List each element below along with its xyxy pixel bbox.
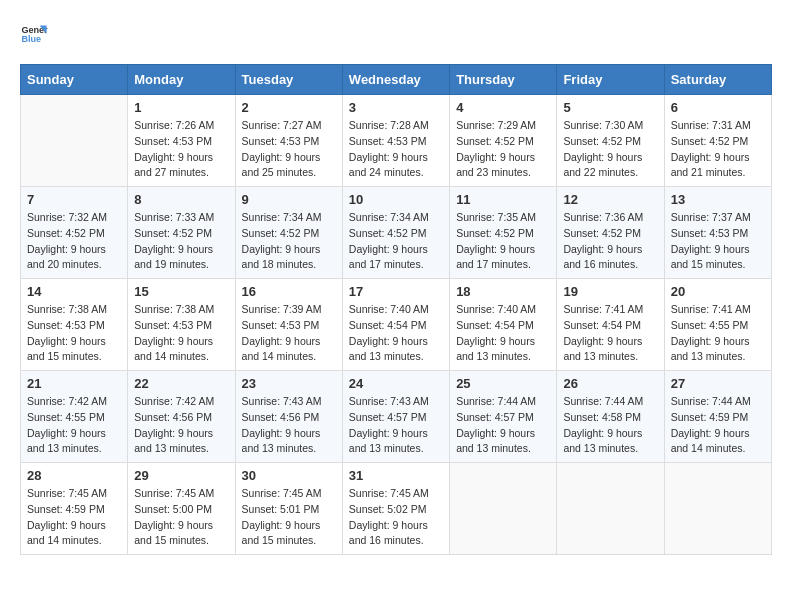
- day-number: 1: [134, 100, 228, 115]
- calendar-cell: 10Sunrise: 7:34 AMSunset: 4:52 PMDayligh…: [342, 187, 449, 279]
- day-number: 5: [563, 100, 657, 115]
- calendar-cell: 24Sunrise: 7:43 AMSunset: 4:57 PMDayligh…: [342, 371, 449, 463]
- day-number: 24: [349, 376, 443, 391]
- calendar-cell: 8Sunrise: 7:33 AMSunset: 4:52 PMDaylight…: [128, 187, 235, 279]
- calendar-cell: 11Sunrise: 7:35 AMSunset: 4:52 PMDayligh…: [450, 187, 557, 279]
- day-info: Sunrise: 7:45 AMSunset: 5:02 PMDaylight:…: [349, 486, 443, 549]
- day-number: 26: [563, 376, 657, 391]
- calendar-cell: 5Sunrise: 7:30 AMSunset: 4:52 PMDaylight…: [557, 95, 664, 187]
- day-number: 11: [456, 192, 550, 207]
- calendar-cell: 26Sunrise: 7:44 AMSunset: 4:58 PMDayligh…: [557, 371, 664, 463]
- day-info: Sunrise: 7:42 AMSunset: 4:56 PMDaylight:…: [134, 394, 228, 457]
- day-info: Sunrise: 7:29 AMSunset: 4:52 PMDaylight:…: [456, 118, 550, 181]
- day-info: Sunrise: 7:44 AMSunset: 4:59 PMDaylight:…: [671, 394, 765, 457]
- day-info: Sunrise: 7:34 AMSunset: 4:52 PMDaylight:…: [242, 210, 336, 273]
- logo: General Blue: [20, 20, 48, 48]
- calendar-cell: 30Sunrise: 7:45 AMSunset: 5:01 PMDayligh…: [235, 463, 342, 555]
- day-header-tuesday: Tuesday: [235, 65, 342, 95]
- svg-text:Blue: Blue: [21, 34, 41, 44]
- day-number: 10: [349, 192, 443, 207]
- day-number: 22: [134, 376, 228, 391]
- day-info: Sunrise: 7:45 AMSunset: 4:59 PMDaylight:…: [27, 486, 121, 549]
- day-number: 17: [349, 284, 443, 299]
- day-info: Sunrise: 7:33 AMSunset: 4:52 PMDaylight:…: [134, 210, 228, 273]
- day-number: 7: [27, 192, 121, 207]
- day-header-monday: Monday: [128, 65, 235, 95]
- day-info: Sunrise: 7:44 AMSunset: 4:58 PMDaylight:…: [563, 394, 657, 457]
- calendar-cell: 28Sunrise: 7:45 AMSunset: 4:59 PMDayligh…: [21, 463, 128, 555]
- calendar-week-row: 28Sunrise: 7:45 AMSunset: 4:59 PMDayligh…: [21, 463, 772, 555]
- day-info: Sunrise: 7:34 AMSunset: 4:52 PMDaylight:…: [349, 210, 443, 273]
- day-info: Sunrise: 7:43 AMSunset: 4:56 PMDaylight:…: [242, 394, 336, 457]
- calendar-week-row: 14Sunrise: 7:38 AMSunset: 4:53 PMDayligh…: [21, 279, 772, 371]
- calendar-cell: [664, 463, 771, 555]
- day-number: 12: [563, 192, 657, 207]
- logo-icon: General Blue: [20, 20, 48, 48]
- calendar-cell: 22Sunrise: 7:42 AMSunset: 4:56 PMDayligh…: [128, 371, 235, 463]
- calendar-cell: 12Sunrise: 7:36 AMSunset: 4:52 PMDayligh…: [557, 187, 664, 279]
- calendar-week-row: 21Sunrise: 7:42 AMSunset: 4:55 PMDayligh…: [21, 371, 772, 463]
- day-info: Sunrise: 7:39 AMSunset: 4:53 PMDaylight:…: [242, 302, 336, 365]
- day-number: 21: [27, 376, 121, 391]
- day-number: 27: [671, 376, 765, 391]
- day-header-thursday: Thursday: [450, 65, 557, 95]
- day-number: 28: [27, 468, 121, 483]
- day-number: 30: [242, 468, 336, 483]
- calendar-cell: 31Sunrise: 7:45 AMSunset: 5:02 PMDayligh…: [342, 463, 449, 555]
- calendar-cell: 4Sunrise: 7:29 AMSunset: 4:52 PMDaylight…: [450, 95, 557, 187]
- day-number: 16: [242, 284, 336, 299]
- day-number: 13: [671, 192, 765, 207]
- calendar-cell: 2Sunrise: 7:27 AMSunset: 4:53 PMDaylight…: [235, 95, 342, 187]
- calendar-cell: 15Sunrise: 7:38 AMSunset: 4:53 PMDayligh…: [128, 279, 235, 371]
- day-info: Sunrise: 7:30 AMSunset: 4:52 PMDaylight:…: [563, 118, 657, 181]
- calendar-cell: 16Sunrise: 7:39 AMSunset: 4:53 PMDayligh…: [235, 279, 342, 371]
- day-info: Sunrise: 7:44 AMSunset: 4:57 PMDaylight:…: [456, 394, 550, 457]
- day-number: 18: [456, 284, 550, 299]
- calendar-cell: 23Sunrise: 7:43 AMSunset: 4:56 PMDayligh…: [235, 371, 342, 463]
- day-number: 19: [563, 284, 657, 299]
- calendar-cell: 13Sunrise: 7:37 AMSunset: 4:53 PMDayligh…: [664, 187, 771, 279]
- day-info: Sunrise: 7:41 AMSunset: 4:55 PMDaylight:…: [671, 302, 765, 365]
- day-info: Sunrise: 7:37 AMSunset: 4:53 PMDaylight:…: [671, 210, 765, 273]
- calendar-header-row: SundayMondayTuesdayWednesdayThursdayFrid…: [21, 65, 772, 95]
- calendar-cell: 9Sunrise: 7:34 AMSunset: 4:52 PMDaylight…: [235, 187, 342, 279]
- day-info: Sunrise: 7:38 AMSunset: 4:53 PMDaylight:…: [27, 302, 121, 365]
- calendar-cell: 21Sunrise: 7:42 AMSunset: 4:55 PMDayligh…: [21, 371, 128, 463]
- day-info: Sunrise: 7:41 AMSunset: 4:54 PMDaylight:…: [563, 302, 657, 365]
- day-info: Sunrise: 7:45 AMSunset: 5:00 PMDaylight:…: [134, 486, 228, 549]
- calendar-cell: 6Sunrise: 7:31 AMSunset: 4:52 PMDaylight…: [664, 95, 771, 187]
- day-info: Sunrise: 7:40 AMSunset: 4:54 PMDaylight:…: [349, 302, 443, 365]
- calendar-cell: 14Sunrise: 7:38 AMSunset: 4:53 PMDayligh…: [21, 279, 128, 371]
- day-info: Sunrise: 7:42 AMSunset: 4:55 PMDaylight:…: [27, 394, 121, 457]
- calendar-table: SundayMondayTuesdayWednesdayThursdayFrid…: [20, 64, 772, 555]
- calendar-cell: 20Sunrise: 7:41 AMSunset: 4:55 PMDayligh…: [664, 279, 771, 371]
- day-info: Sunrise: 7:45 AMSunset: 5:01 PMDaylight:…: [242, 486, 336, 549]
- day-header-wednesday: Wednesday: [342, 65, 449, 95]
- day-number: 6: [671, 100, 765, 115]
- page-header: General Blue: [20, 20, 772, 48]
- calendar-cell: [557, 463, 664, 555]
- day-info: Sunrise: 7:28 AMSunset: 4:53 PMDaylight:…: [349, 118, 443, 181]
- day-number: 3: [349, 100, 443, 115]
- calendar-cell: 18Sunrise: 7:40 AMSunset: 4:54 PMDayligh…: [450, 279, 557, 371]
- calendar-cell: 7Sunrise: 7:32 AMSunset: 4:52 PMDaylight…: [21, 187, 128, 279]
- day-number: 31: [349, 468, 443, 483]
- calendar-cell: 29Sunrise: 7:45 AMSunset: 5:00 PMDayligh…: [128, 463, 235, 555]
- day-number: 4: [456, 100, 550, 115]
- day-info: Sunrise: 7:36 AMSunset: 4:52 PMDaylight:…: [563, 210, 657, 273]
- day-number: 15: [134, 284, 228, 299]
- day-number: 20: [671, 284, 765, 299]
- day-number: 14: [27, 284, 121, 299]
- calendar-cell: 19Sunrise: 7:41 AMSunset: 4:54 PMDayligh…: [557, 279, 664, 371]
- day-header-saturday: Saturday: [664, 65, 771, 95]
- day-info: Sunrise: 7:31 AMSunset: 4:52 PMDaylight:…: [671, 118, 765, 181]
- day-info: Sunrise: 7:43 AMSunset: 4:57 PMDaylight:…: [349, 394, 443, 457]
- calendar-week-row: 1Sunrise: 7:26 AMSunset: 4:53 PMDaylight…: [21, 95, 772, 187]
- calendar-cell: 17Sunrise: 7:40 AMSunset: 4:54 PMDayligh…: [342, 279, 449, 371]
- day-info: Sunrise: 7:35 AMSunset: 4:52 PMDaylight:…: [456, 210, 550, 273]
- calendar-cell: [450, 463, 557, 555]
- calendar-cell: 3Sunrise: 7:28 AMSunset: 4:53 PMDaylight…: [342, 95, 449, 187]
- calendar-cell: 27Sunrise: 7:44 AMSunset: 4:59 PMDayligh…: [664, 371, 771, 463]
- day-info: Sunrise: 7:27 AMSunset: 4:53 PMDaylight:…: [242, 118, 336, 181]
- day-info: Sunrise: 7:38 AMSunset: 4:53 PMDaylight:…: [134, 302, 228, 365]
